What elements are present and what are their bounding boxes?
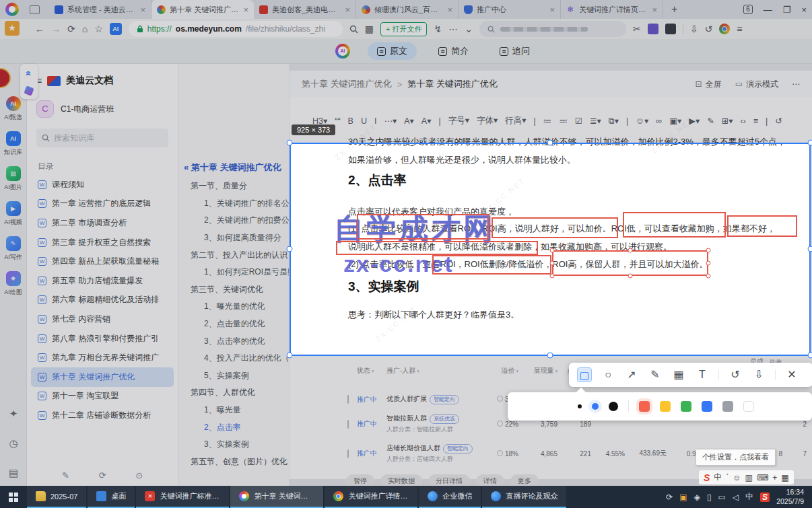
tray-icon[interactable]: ◁	[733, 493, 739, 502]
text-tool[interactable]: T	[695, 367, 710, 382]
shape-handle[interactable]	[706, 261, 711, 266]
taskbar-item-icon	[428, 491, 438, 501]
rectangle-tool[interactable]: ▢	[577, 367, 592, 382]
taskbar-item-icon	[491, 491, 501, 501]
taskbar-item[interactable]: 企业微信	[419, 486, 481, 508]
taskbar-item-label: 关键词推广详情页...	[348, 491, 409, 501]
ime-icon[interactable]: ▦	[781, 473, 788, 482]
ellipse-tool[interactable]: ○	[601, 367, 615, 382]
ime-icon[interactable]: S	[704, 472, 710, 483]
shape-handle[interactable]	[550, 274, 555, 279]
shape-handle[interactable]	[628, 248, 633, 253]
pencil-tool[interactable]: ✎	[648, 367, 663, 382]
divider[interactable]	[775, 369, 776, 380]
selection-handle[interactable]	[808, 140, 812, 146]
tray-icon[interactable]: 中	[745, 491, 753, 503]
taskbar-item[interactable]: 2025-07	[27, 486, 86, 508]
clock-time: 16:34	[776, 488, 804, 497]
taskbar-item-label: 关键词推广标准计...	[160, 491, 220, 501]
taskbar-clock[interactable]: 16:34 2025/7/9	[776, 488, 812, 506]
input-method-bar: S中ˊ☺▥⌨+▦	[699, 470, 794, 484]
tray-icon[interactable]: ◈	[694, 493, 700, 502]
undo-tool[interactable]: ↺	[728, 367, 743, 382]
taskbar-item-icon	[36, 491, 46, 501]
drawn-rectangle[interactable]	[357, 214, 489, 240]
taskbar-item[interactable]: 桌面	[88, 486, 135, 508]
windows-icon	[9, 493, 18, 502]
selection-handle[interactable]	[808, 353, 812, 359]
color-green[interactable]	[681, 401, 691, 412]
color-palette	[508, 392, 812, 421]
ime-icon[interactable]: ☺	[733, 473, 741, 482]
ime-icon[interactable]: +	[772, 473, 777, 482]
taskbar-item[interactable]: 第十章 关键词推广...	[230, 486, 323, 508]
drawn-rectangle[interactable]	[432, 255, 551, 275]
drawn-rectangle[interactable]	[492, 217, 618, 238]
taskbar-item-icon	[145, 491, 155, 501]
shape-handle[interactable]	[550, 261, 555, 266]
selection-handle[interactable]	[287, 140, 293, 146]
start-button[interactable]	[0, 486, 27, 508]
stroke-large[interactable]	[609, 402, 618, 411]
tray-icon[interactable]: S	[760, 493, 770, 502]
drawn-rectangle[interactable]	[336, 241, 538, 255]
ime-icon[interactable]: ⌨	[757, 473, 768, 482]
taskbar-item-label: 桌面	[111, 491, 126, 501]
color-yellow[interactable]	[660, 401, 671, 412]
divider[interactable]	[718, 369, 719, 380]
arrow-tool[interactable]: ↗	[624, 367, 639, 382]
ime-icon[interactable]: ▥	[745, 473, 753, 482]
drawn-rectangle[interactable]	[727, 215, 797, 237]
color-red[interactable]	[639, 401, 650, 412]
settings-tooltip[interactable]: 个性设置，点我看看	[696, 449, 776, 466]
color-gray[interactable]	[722, 401, 733, 412]
divider[interactable]	[628, 400, 629, 412]
taskbar-item[interactable]: 直播评论及观众	[482, 486, 566, 508]
taskbar-item-label: 2025-07	[50, 493, 77, 501]
taskbar: 2025-07 桌面 关键词推广标准计... 第十章 关键词推广...	[0, 486, 812, 508]
heading-ctr: 2、点击率	[348, 172, 407, 189]
taskbar-item-icon	[333, 491, 343, 501]
color-blue[interactable]	[702, 401, 712, 412]
selection-handle[interactable]	[287, 246, 293, 252]
confirm-tool[interactable]: ✓	[808, 367, 812, 382]
shape-handle[interactable]	[706, 248, 711, 253]
ime-icon[interactable]: ˊ	[726, 473, 729, 482]
shape-handle[interactable]	[628, 274, 633, 279]
stroke-small[interactable]	[578, 404, 582, 408]
shape-handle[interactable]	[550, 248, 555, 253]
taskbar-item[interactable]: 关键词推广标准计...	[136, 486, 229, 508]
dim-overlay	[0, 0, 812, 143]
cancel-tool[interactable]: ✕	[784, 367, 799, 382]
selection-handle[interactable]	[547, 353, 553, 359]
stroke-medium[interactable]	[592, 403, 599, 410]
selection-handle[interactable]	[808, 246, 812, 252]
annotation-toolbar: ▢○↗✎▦T↺⇩✕✓	[569, 363, 812, 387]
drawn-rectangle[interactable]	[623, 212, 726, 238]
color-white[interactable]	[743, 401, 754, 412]
shape-handle[interactable]	[706, 274, 711, 279]
download-tool[interactable]: ⇩	[751, 367, 766, 382]
paragraph: 思考：判断以下哪个人群更好？临界值是3。	[348, 309, 803, 321]
taskbar-item-label: 企业微信	[442, 491, 472, 501]
taskbar-item-icon	[239, 491, 249, 501]
tray-icon[interactable]: ⟳	[666, 493, 673, 502]
taskbar-item-label: 直播评论及观众	[506, 491, 557, 501]
system-tray: ⟳▣◈▯▭◁中S	[666, 491, 776, 503]
mosaic-tool[interactable]: ▦	[671, 367, 686, 382]
selection-handle[interactable]	[287, 353, 293, 359]
tray-icon[interactable]: ▯	[707, 493, 712, 502]
tray-icon[interactable]: ▣	[679, 493, 687, 502]
clock-date: 2025/7/9	[776, 497, 804, 507]
taskbar-item-icon	[96, 491, 106, 501]
drawn-rectangle[interactable]	[552, 250, 708, 276]
taskbar-item[interactable]: 关键词推广详情页...	[325, 486, 417, 508]
selection-handle[interactable]	[547, 140, 553, 146]
screen: 系统管理 - 美迪云管理 第十章 关键词推广优化 美迪创客_美迪电商_美 倾珊澳…	[0, 0, 812, 508]
taskbar-item-label: 第十章 关键词推广...	[254, 491, 314, 501]
dim-overlay	[0, 143, 290, 356]
ime-icon[interactable]: 中	[714, 472, 722, 483]
heading-case: 3、实操案例	[348, 278, 419, 295]
paragraph: 如果溢价够，但人群曝光还是很少，说明人群体量比较小。	[348, 154, 803, 166]
tray-icon[interactable]: ▭	[718, 493, 726, 502]
